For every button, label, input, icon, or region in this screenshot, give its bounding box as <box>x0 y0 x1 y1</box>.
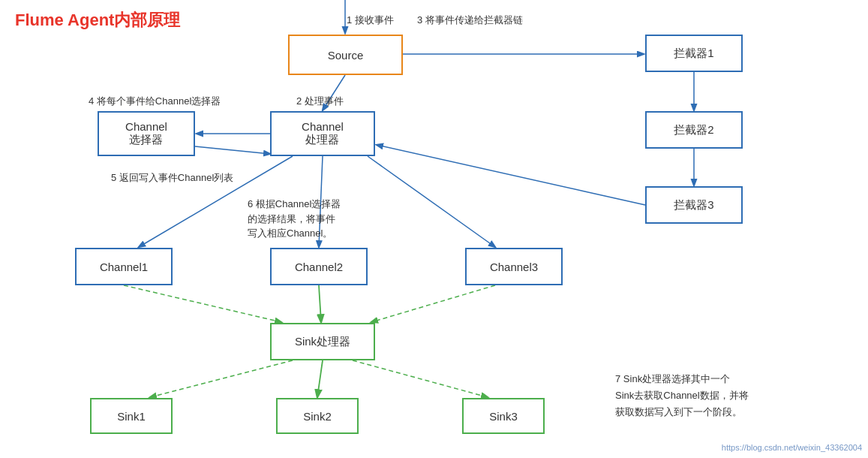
channel-processor-box: Channel处理器 <box>270 111 375 156</box>
label-7: 7 Sink处理器选择其中一个Sink去获取Channel数据，并将获取数据写入… <box>615 371 749 420</box>
sink3-box: Sink3 <box>462 398 545 434</box>
svg-line-5 <box>377 145 645 205</box>
label-5: 5 返回写入事件Channel列表 <box>111 171 233 185</box>
sink2-box: Sink2 <box>276 398 359 434</box>
source-box: Source <box>288 35 403 75</box>
svg-line-7 <box>195 146 270 154</box>
label-6: 6 根据Channel选择器的选择结果，将事件写入相应Channel。 <box>248 197 341 241</box>
watermark: https://blog.csdn.net/weixin_43362004 <box>722 443 862 452</box>
interceptor3-box: 拦截器3 <box>645 186 743 224</box>
diagram: Flume Agent内部原理 <box>0 0 868 458</box>
channel1-box: Channel1 <box>75 248 173 285</box>
channel2-box: Channel2 <box>270 248 368 285</box>
label-3: 3 将事件传递给拦截器链 <box>417 14 523 27</box>
svg-line-14 <box>150 360 293 397</box>
svg-line-13 <box>371 285 495 322</box>
label-1: 1 接收事件 <box>347 14 394 27</box>
channel3-box: Channel3 <box>465 248 563 285</box>
sink-processor-box: Sink处理器 <box>270 323 375 360</box>
label-4: 4 将每个事件给Channel选择器 <box>89 95 221 108</box>
interceptor2-box: 拦截器2 <box>645 111 743 149</box>
svg-line-12 <box>319 285 321 322</box>
svg-line-16 <box>353 360 488 397</box>
svg-line-10 <box>368 156 495 247</box>
channel-selector-box: Channel选择器 <box>98 111 195 156</box>
label-2: 2 处理事件 <box>296 95 344 108</box>
sink1-box: Sink1 <box>90 398 173 434</box>
interceptor1-box: 拦截器1 <box>645 35 743 72</box>
page-title: Flume Agent内部原理 <box>15 9 180 32</box>
svg-line-11 <box>124 285 281 322</box>
svg-line-15 <box>317 360 323 397</box>
